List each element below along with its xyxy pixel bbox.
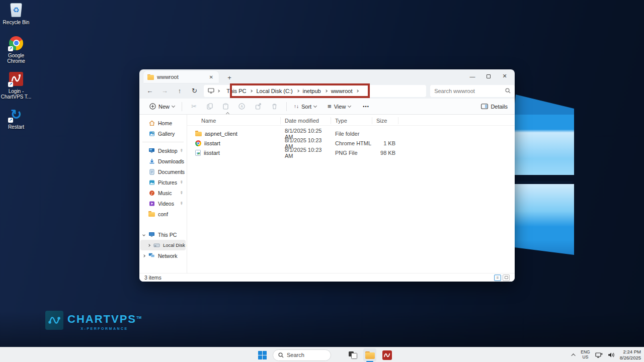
copy-icon[interactable] bbox=[207, 103, 213, 110]
taskbar-search[interactable]: Search bbox=[273, 349, 331, 361]
tab-wwwroot[interactable]: wwwroot ✕ bbox=[143, 71, 219, 83]
cut-icon[interactable]: ✂ bbox=[191, 103, 197, 110]
shortcut-arrow-icon: ↗ bbox=[8, 118, 13, 123]
file-row-aspnet-client[interactable]: aspnet_client 8/1/2025 10:25 AM File fol… bbox=[187, 129, 515, 138]
column-header-type[interactable]: Type bbox=[331, 117, 372, 124]
sidebar-item-conf[interactable]: conf bbox=[140, 209, 186, 219]
chevron-down-icon[interactable] bbox=[142, 233, 145, 236]
refresh-button[interactable]: ↻ bbox=[187, 87, 202, 95]
chevron-right-icon[interactable] bbox=[142, 254, 145, 257]
search-icon bbox=[278, 352, 284, 358]
column-header-name[interactable]: Name bbox=[187, 117, 281, 124]
sidebar-item-label: Desktop bbox=[158, 148, 178, 154]
paste-icon[interactable] bbox=[223, 103, 228, 110]
sidebar-item-videos[interactable]: Videos ✎ bbox=[140, 198, 186, 209]
clock[interactable]: 2:24 PM 8/26/2025 bbox=[620, 349, 641, 361]
share-icon[interactable] bbox=[255, 103, 262, 110]
rename-icon[interactable]: A bbox=[238, 103, 245, 110]
tab-close-icon[interactable]: ✕ bbox=[208, 74, 215, 80]
up-button[interactable]: ↑ bbox=[172, 87, 187, 95]
column-header-size[interactable]: Size bbox=[372, 117, 398, 124]
file-type: Chrome HTML Do... bbox=[331, 140, 372, 146]
clock-date: 8/26/2025 bbox=[620, 355, 641, 361]
details-pane-button[interactable]: Details bbox=[481, 104, 508, 110]
brand-tm: TM bbox=[136, 316, 141, 319]
minimize-button[interactable]: — bbox=[464, 69, 480, 83]
forward-button[interactable]: → bbox=[157, 87, 173, 95]
breadcrumb-this-pc[interactable]: This PC bbox=[223, 88, 249, 94]
image-file-icon bbox=[195, 150, 201, 156]
task-view-icon bbox=[349, 351, 357, 359]
sidebar-item-label: Pictures bbox=[158, 179, 177, 186]
sidebar-item-local-disk[interactable]: Local Disk (C:) bbox=[140, 240, 186, 250]
file-size: 1 KB bbox=[372, 140, 395, 146]
file-size: 98 KB bbox=[372, 150, 395, 156]
task-view-button[interactable] bbox=[346, 348, 359, 361]
search-box[interactable]: Search wwwroot bbox=[430, 85, 515, 97]
sidebar-item-label: conf bbox=[158, 211, 168, 217]
file-row-iisstart-png[interactable]: iisstart 8/1/2025 10:23 AM PNG File 98 K… bbox=[187, 148, 515, 157]
network-icon[interactable] bbox=[595, 352, 603, 358]
taskbar-chartvps-app[interactable] bbox=[380, 348, 393, 361]
home-icon bbox=[148, 120, 155, 126]
desktop-folder-icon bbox=[148, 147, 155, 154]
brand-subtitle: X-PERFORMANCE bbox=[67, 327, 141, 330]
details-button-label: Details bbox=[491, 104, 508, 110]
brand-title: CHARTVPSTM bbox=[67, 314, 141, 325]
sidebar-item-documents[interactable]: Documents ✎ bbox=[140, 166, 186, 177]
breadcrumb-inetpub[interactable]: inetpub bbox=[300, 88, 324, 94]
pin-icon: ✎ bbox=[179, 190, 184, 196]
sidebar-item-home[interactable]: Home bbox=[140, 118, 186, 128]
chevron-right-icon[interactable] bbox=[147, 244, 150, 247]
desktop-icon-google-chrome[interactable]: ↗ Google Chrome bbox=[0, 35, 32, 64]
tab-title: wwwroot bbox=[157, 74, 208, 80]
file-row-iisstart-html[interactable]: iisstart 8/1/2025 10:23 AM Chrome HTML D… bbox=[187, 138, 515, 148]
details-view-toggle[interactable]: ≡ bbox=[494, 275, 501, 281]
sidebar-item-gallery[interactable]: Gallery bbox=[140, 128, 186, 139]
close-button[interactable]: ✕ bbox=[497, 69, 513, 83]
more-options-button[interactable]: ••• bbox=[360, 104, 372, 109]
desktop-icon-login-chartvps[interactable]: ↗ Login - ChartVPS T... bbox=[0, 71, 32, 100]
svg-text:♪: ♪ bbox=[150, 191, 153, 195]
breadcrumb-separator-icon bbox=[217, 89, 220, 93]
new-button[interactable]: New bbox=[146, 103, 178, 110]
sidebar-item-desktop[interactable]: Desktop ✎ bbox=[140, 145, 186, 156]
sidebar-item-network[interactable]: Network bbox=[140, 250, 186, 261]
chartvps-login-icon: ↗ bbox=[8, 71, 24, 87]
language-indicator[interactable]: ENG US bbox=[581, 350, 590, 360]
new-tab-button[interactable]: + bbox=[225, 74, 234, 81]
view-button[interactable]: ≡ View bbox=[325, 103, 354, 110]
sidebar-item-music[interactable]: ♪ Music ✎ bbox=[140, 188, 186, 198]
start-button[interactable] bbox=[256, 348, 269, 361]
speaker-icon[interactable] bbox=[608, 352, 615, 358]
desktop-icon-label: Recycle Bin bbox=[3, 20, 30, 26]
back-button[interactable]: ← bbox=[142, 87, 157, 95]
status-bar: 3 items ≡ bbox=[139, 273, 515, 282]
column-header-date-modified[interactable]: Date modified bbox=[281, 117, 331, 124]
this-pc-icon bbox=[208, 88, 214, 94]
folder-icon bbox=[147, 74, 154, 80]
language-line2: US bbox=[581, 355, 590, 360]
breadcrumb-wwwroot[interactable]: wwwroot bbox=[328, 88, 356, 94]
sidebar-item-this-pc[interactable]: This PC bbox=[140, 229, 186, 240]
pin-icon: ✎ bbox=[179, 201, 184, 206]
sidebar-item-pictures[interactable]: Pictures ✎ bbox=[140, 177, 186, 188]
address-bar[interactable]: This PC Local Disk (C:) inetpub wwwroot bbox=[204, 85, 426, 97]
chrome-file-icon bbox=[195, 140, 201, 146]
sort-button[interactable]: ↑↓ Sort bbox=[291, 104, 319, 110]
item-count: 3 items bbox=[144, 275, 162, 281]
sidebar-item-label: Local Disk (C:) bbox=[163, 242, 187, 248]
hidden-icons-chevron-icon[interactable] bbox=[572, 353, 576, 357]
more-icon: ••• bbox=[363, 104, 369, 109]
chartvps-logo-icon bbox=[45, 311, 63, 330]
column-label: Size bbox=[376, 118, 387, 124]
desktop-icon-restart[interactable]: ↻ ↗ Restart bbox=[0, 107, 32, 130]
sort-icon: ↑↓ bbox=[294, 104, 299, 109]
taskbar-file-explorer[interactable] bbox=[363, 348, 376, 361]
thumbnail-view-toggle[interactable] bbox=[503, 275, 510, 281]
delete-icon[interactable] bbox=[272, 103, 277, 110]
breadcrumb-local-disk[interactable]: Local Disk (C:) bbox=[253, 88, 295, 94]
maximize-button[interactable] bbox=[480, 69, 497, 83]
desktop-icon-recycle-bin[interactable]: ♻ Recycle Bin bbox=[0, 2, 32, 26]
sidebar-item-downloads[interactable]: Downloads ✎ bbox=[140, 156, 186, 166]
